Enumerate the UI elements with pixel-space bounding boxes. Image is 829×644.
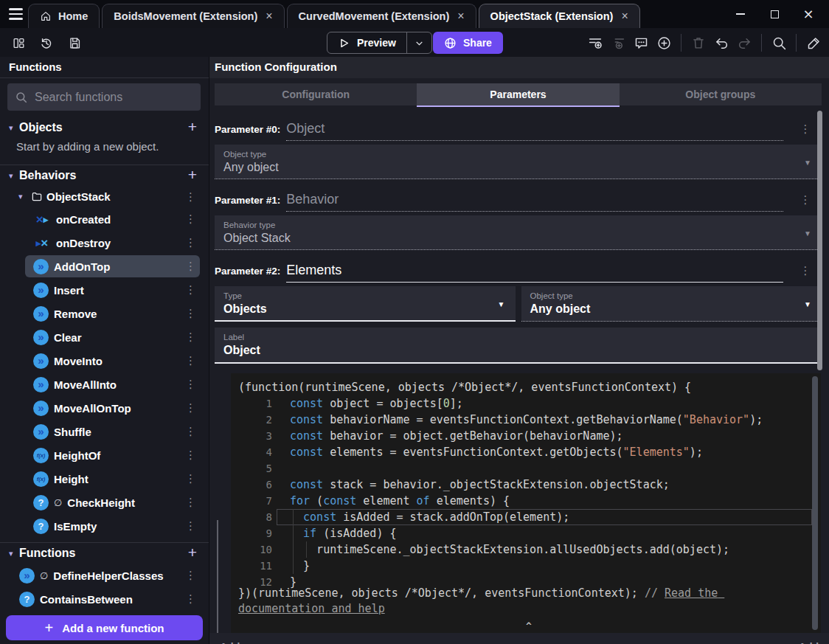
editor-tab-boidsmovement[interactable]: BoidsMovement (Extension)× [102,4,284,28]
kebab-menu-icon[interactable]: ⋮ [185,190,196,204]
share-button[interactable]: Share [433,32,503,54]
add-object-button[interactable]: + [188,118,197,136]
parameter-row-1: Parameter #1:Behavior⋮ [215,189,822,211]
parameter-fields-2: TypeObjects▼Object typeAny object▼ [215,286,822,322]
sidebar-item-insert[interactable]: »Insert⋮ [0,278,209,302]
add-circle-icon[interactable] [654,33,673,52]
field-type[interactable]: TypeObjects▼ [215,286,516,322]
code-line-3: 3const behavior = object.getBehavior(beh… [231,428,821,444]
sidebar-item-definehelperclasses[interactable]: »∅DefineHelperClasses⋮ [0,564,209,587]
field-label: Behavior type [223,221,813,229]
parameter-row-2: Parameter #2:Elements⋮ [215,260,822,282]
sidebar-item-ondestroy[interactable]: ▸×onDestroy⋮ [0,231,209,255]
field-behavior-type[interactable]: Behavior typeObject Stack▼ [215,215,822,250]
resize-handle-caret[interactable]: ^ [526,620,532,631]
kebab-menu-icon[interactable]: ⋮ [185,283,196,297]
add-behavior-button[interactable]: + [188,166,197,184]
history-icon[interactable] [37,33,56,52]
field-object-type[interactable]: Object typeAny object▼ [521,286,822,322]
kebab-menu-icon[interactable]: ⋮ [185,330,196,344]
search-functions-input[interactable] [35,91,193,104]
kebab-menu-icon[interactable]: ⋮ [185,519,196,533]
code-line-10: 10 runtimeScene._objectStackExtension.al… [231,541,821,558]
search-functions-box[interactable] [7,83,201,111]
add-new-function-button[interactable]: + Add a new function [6,615,203,640]
sidebar-item-moveinto[interactable]: »MoveInto⋮ [0,349,209,373]
sidebar-item-isempty[interactable]: ?IsEmpty⋮ [0,514,209,538]
clipped-bottom-row: AddAdd [209,633,829,644]
kebab-menu-icon[interactable]: ⋮ [185,212,196,226]
edit-pen-icon[interactable] [804,33,823,52]
save-icon[interactable] [65,33,84,52]
close-tab-icon[interactable]: × [457,10,464,23]
parameter-name-input[interactable]: Behavior [286,192,783,212]
kebab-menu-icon[interactable]: ⋮ [185,260,196,273]
field-label[interactable]: LabelObject [215,328,822,364]
sidebar-item-shuffle[interactable]: »Shuffle⋮ [0,420,209,443]
tab-parameters[interactable]: Parameters [417,83,619,105]
search-icon[interactable] [769,33,788,52]
parameter-label: Parameter #0: [215,118,280,135]
code-line-9: 9 if (isAdded) { [231,525,821,541]
kebab-menu-icon[interactable]: ⋮ [185,569,196,582]
kebab-menu-icon[interactable]: ⋮ [185,449,196,462]
kebab-menu-icon[interactable]: ⋮ [185,401,196,415]
kebab-menu-icon[interactable]: ⋮ [185,496,196,509]
kebab-menu-icon[interactable]: ⋮ [185,472,196,485]
minimize-button[interactable] [729,4,752,24]
panels-icon[interactable] [9,33,28,52]
kebab-menu-icon[interactable]: ⋮ [799,193,811,207]
sidebar-section-functions[interactable]: ▾ Functions + [0,543,209,564]
kebab-menu-icon[interactable]: ⋮ [185,425,196,438]
close-tab-icon[interactable]: × [266,10,272,23]
sidebar-item-oncreated[interactable]: ×▸onCreated⋮ [0,207,209,231]
sidebar-section-objects[interactable]: ▾ Objects + [0,117,209,138]
action-function-icon: » [33,306,49,322]
add-function-plus-button[interactable]: + [188,544,197,561]
kebab-menu-icon[interactable]: ⋮ [185,236,196,249]
sidebar-item-moveallinto[interactable]: »MoveAllInto⋮ [0,373,209,396]
editor-scrollbar[interactable] [812,376,818,630]
tab-object-groups[interactable]: Object groups [620,83,822,105]
sidebar-item-height[interactable]: f(x)Height⋮ [0,467,209,491]
close-window-button[interactable]: × [797,4,820,24]
sidebar-item-clear[interactable]: »Clear⋮ [0,325,209,349]
add-comment-icon[interactable] [631,33,651,52]
sidebar-section-behaviors[interactable]: ▾ Behaviors + [0,165,209,186]
kebab-menu-icon[interactable]: ⋮ [185,307,196,320]
sidebar-item-moveallontop[interactable]: »MoveAllOnTop⋮ [0,396,209,420]
maximize-button[interactable] [763,4,786,24]
sidebar-item-checkheight[interactable]: ?∅CheckHeight⋮ [0,491,209,514]
kebab-menu-icon[interactable]: ⋮ [185,354,196,367]
parameter-name-input[interactable]: Object [286,121,783,141]
panel-scrollbar[interactable] [817,111,822,370]
sidebar-item-containsbetween[interactable]: ?ContainsBetween⋮ [0,587,209,611]
behavior-folder-objectstack[interactable]: ▾ ObjectStack ⋮ [0,186,209,207]
sidebar-item-remove[interactable]: »Remove⋮ [0,302,209,325]
tab-label: CurvedMovement (Extension) [299,10,450,22]
editor-tab-objectstack[interactable]: ObjectStack (Extension)× [479,4,640,28]
kebab-menu-icon[interactable]: ⋮ [799,122,811,136]
editor-tab-curvedmovement[interactable]: CurvedMovement (Extension)× [287,4,476,28]
undo-icon[interactable] [712,33,731,52]
kebab-menu-icon[interactable]: ⋮ [185,378,196,391]
field-label: Type [223,291,507,300]
add-event-icon[interactable] [586,33,605,52]
sidebar-item-heightof[interactable]: f(x)HeightOf⋮ [0,443,209,467]
javascript-code-editor[interactable]: (function(runtimeScene, objects /*Object… [231,373,821,633]
dropdown-arrow-icon: ▼ [804,229,811,238]
kebab-menu-icon[interactable]: ⋮ [799,264,811,277]
preview-button[interactable]: Preview [327,32,432,54]
tab-configuration[interactable]: Configuration [215,83,417,105]
sidebar-item-addontop[interactable]: »AddOnTop⋮ [0,255,209,278]
close-tab-icon[interactable]: × [621,10,628,23]
parameter-fields-0: Object typeAny object▼ [215,145,822,179]
preview-options-button[interactable] [407,38,431,48]
preview-button-main[interactable]: Preview [327,37,406,49]
field-object-type[interactable]: Object typeAny object▼ [215,145,822,179]
editor-tab-home[interactable]: Home [28,4,100,28]
parameter-name-input[interactable]: Elements [286,263,783,283]
kebab-menu-icon[interactable]: ⋮ [185,592,196,606]
main-menu-button[interactable] [3,0,28,28]
field-value: Any object [530,302,814,316]
